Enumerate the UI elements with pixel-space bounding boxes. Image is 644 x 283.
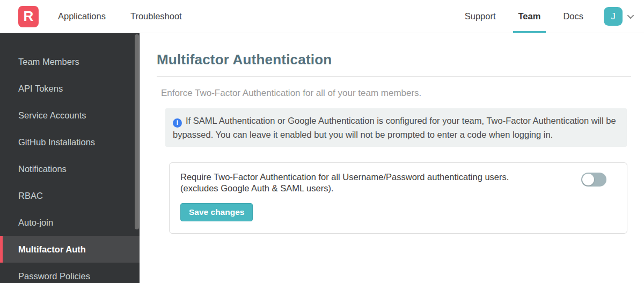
chevron-down-icon[interactable] xyxy=(626,12,635,21)
setting-label-line2: (excludes Google Auth & SAML users). xyxy=(180,183,560,194)
save-changes-button[interactable]: Save changes xyxy=(180,203,253,221)
primary-nav: Applications Troubleshoot xyxy=(58,11,207,21)
sidebar-item-notifications[interactable]: Notifications xyxy=(0,155,140,182)
sidebar-item-auto-join[interactable]: Auto-join xyxy=(0,209,140,236)
top-navbar: R Applications Troubleshoot Support Team… xyxy=(0,0,644,33)
info-note-text: If SAML Authentication or Google Authent… xyxy=(173,116,616,139)
nav-link-applications[interactable]: Applications xyxy=(58,11,106,21)
logo-letter: R xyxy=(24,8,34,25)
avatar[interactable]: J xyxy=(604,7,623,26)
sidebar-scrollbar[interactable] xyxy=(135,34,139,229)
setting-label-line1: Require Two-Factor Authentication for al… xyxy=(180,172,560,183)
setting-label: Require Two-Factor Authentication for al… xyxy=(180,172,581,194)
sidebar-item-password-policies[interactable]: Password Policies xyxy=(0,263,140,283)
nav-tab-support[interactable]: Support xyxy=(459,0,501,33)
settings-sidebar: Team Members API Tokens Service Accounts… xyxy=(0,33,140,283)
nav-tab-team[interactable]: Team xyxy=(513,0,546,33)
nav-link-troubleshoot[interactable]: Troubleshoot xyxy=(130,11,182,21)
rollbar-logo[interactable]: R xyxy=(18,6,39,27)
two-factor-setting-card: Require Two-Factor Authentication for al… xyxy=(169,162,627,234)
page-description: Enforce Two-Factor Authentication for al… xyxy=(161,88,631,99)
secondary-nav: Support Team Docs J xyxy=(453,0,635,33)
sidebar-item-api-tokens[interactable]: API Tokens xyxy=(0,75,140,102)
nav-tab-docs[interactable]: Docs xyxy=(558,0,589,33)
sidebar-item-github-installations[interactable]: GitHub Installations xyxy=(0,129,140,155)
sidebar-item-multifactor-auth[interactable]: Multifactor Auth xyxy=(0,236,140,263)
main-content: Multifactor Authentication Enforce Two-F… xyxy=(140,33,644,283)
info-icon: i xyxy=(173,118,182,128)
sidebar-item-team-members[interactable]: Team Members xyxy=(0,48,140,75)
sidebar-item-rbac[interactable]: RBAC xyxy=(0,182,140,209)
title-divider xyxy=(157,76,631,77)
sidebar-item-service-accounts[interactable]: Service Accounts xyxy=(0,102,140,129)
info-note: iIf SAML Authentication or Google Authen… xyxy=(165,108,627,147)
toggle-knob xyxy=(582,174,594,185)
page-title: Multifactor Authentication xyxy=(157,51,631,68)
avatar-initial: J xyxy=(611,11,616,22)
two-factor-toggle[interactable] xyxy=(581,173,606,187)
